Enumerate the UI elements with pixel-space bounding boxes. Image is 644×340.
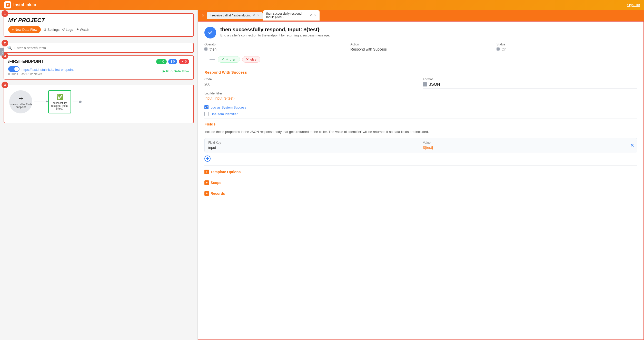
else-button[interactable]: ✕ else	[242, 56, 260, 63]
divider-2	[204, 119, 637, 119]
status-col: Status On	[491, 43, 637, 53]
operator-value: then	[204, 47, 345, 53]
delete-field-button[interactable]: ✕	[630, 142, 635, 148]
scope-section: + Scope	[204, 178, 637, 187]
operator-label: Operator	[204, 43, 345, 46]
log-as-success-label[interactable]: Log as System Success	[211, 105, 246, 109]
scope-label: Scope	[211, 181, 221, 185]
scope-button[interactable]: + Scope	[204, 178, 221, 187]
settings-button[interactable]: ⚙ Settings	[43, 28, 60, 32]
tab-1-close[interactable]: ✕	[309, 14, 313, 17]
template-options-section: + Template Options	[204, 168, 637, 176]
logs-button[interactable]: ↺ Logs	[62, 28, 73, 32]
flow-canvas-box: 4 ➡ receive call at /first-endpoint ▶ ✅ …	[4, 85, 194, 123]
then-button[interactable]: ✓ ✓ then	[218, 56, 240, 63]
log-identifier-label: Log Identifier	[204, 92, 637, 95]
records-section: + Records	[204, 189, 637, 198]
endpoint-url-meta: https://test.instalink.io/first-endpoint…	[8, 66, 74, 76]
operator-col: Operator then	[204, 43, 345, 53]
code-value: 200	[204, 82, 419, 88]
divider-3	[204, 165, 637, 166]
project-header-box: 1 MY PROJECT + New Data Flow ⚙ Settings …	[4, 13, 194, 37]
field-value-col: Value ${test}	[423, 141, 633, 150]
log-identifier-col: Log Identifier Input: Input: ${test}	[204, 92, 637, 102]
new-data-flow-button[interactable]: + New Data Flow	[8, 26, 41, 33]
records-label: Records	[211, 191, 225, 196]
action-icon	[204, 27, 216, 38]
action-label: Action	[350, 43, 491, 46]
tab-0-close[interactable]: ✕	[252, 14, 256, 17]
tab-bar: ✕ if receive call at /first-endpoint ✕ ✎…	[198, 10, 644, 21]
endpoint-meta: 0 Runs Last Run: Never	[8, 72, 74, 76]
divider-1	[204, 67, 637, 67]
endpoint-name: /FIRST-ENDPOINT	[8, 59, 44, 64]
field-key-label: Field Key	[208, 141, 419, 144]
field-key-col: Field Key input	[208, 141, 419, 150]
info-badge: ℹ 0	[168, 59, 177, 64]
action-title: then successfully respond, Input: ${test…	[220, 27, 330, 33]
format-value-row: JSON	[423, 82, 637, 89]
use-item-checkbox[interactable]	[204, 112, 209, 116]
logo: InstaLink.io	[4, 1, 36, 8]
tab-0[interactable]: if receive call at /first-endpoint ✕ ✎	[207, 12, 263, 19]
field-entry-0: Field Key input Value ${test} ✕	[204, 138, 637, 152]
endpoint-box: 3 /FIRST-ENDPOINT ✓ 0 ℹ 0 ✕ 0 https://te…	[4, 55, 194, 80]
flow-connector: ▶	[32, 102, 48, 102]
right-panel: ✕ if receive call at /first-endpoint ✕ ✎…	[197, 10, 644, 340]
action-col: Action Respond with Success	[345, 43, 491, 53]
tab-0-edit-icon[interactable]: ✎	[257, 14, 260, 17]
flow-node-1[interactable]: ➡ receive call at /first-endpoint	[9, 90, 32, 113]
flow-node-2[interactable]: ✅ successfully respond, Input: ${test}	[48, 90, 71, 113]
top-bar: InstaLink.io Sign Out	[0, 0, 644, 10]
template-options-button[interactable]: + Template Options	[204, 168, 241, 176]
fields-desc: Include these properties in the JSON res…	[204, 129, 637, 134]
watch-button[interactable]: 👁 Watch	[76, 28, 89, 32]
project-actions: + New Data Flow ⚙ Settings ↺ Logs 👁 Watc…	[8, 26, 189, 33]
status-value: On	[497, 47, 637, 53]
badge-2: 2	[2, 40, 8, 46]
format-icon	[423, 82, 427, 86]
format-label: Format	[423, 77, 637, 81]
success-badge: ✓ 0	[156, 59, 167, 64]
fields-title: Fields	[204, 122, 637, 126]
search-box-container: 2 🔍	[4, 43, 194, 53]
template-options-label: Template Options	[211, 170, 241, 174]
records-button[interactable]: + Records	[204, 189, 225, 198]
endpoint-header: /FIRST-ENDPOINT ✓ 0 ℹ 0 ✕ 0	[8, 59, 189, 64]
error-badge: ✕ 0	[179, 59, 189, 64]
log-as-success-checkbox[interactable]	[204, 105, 209, 109]
tab-1[interactable]: then successfully respond, Input: ${test…	[263, 10, 320, 21]
toggle-switch: https://test.instalink.io/first-endpoint	[8, 66, 74, 72]
flow-end-connector	[71, 101, 83, 103]
endpoint-url[interactable]: https://test.instalink.io/first-endpoint	[22, 68, 74, 72]
use-item-label[interactable]: Use Item Identifier	[211, 112, 238, 116]
endpoint-footer: https://test.instalink.io/first-endpoint…	[8, 66, 189, 76]
tab-0-label: if receive call at /first-endpoint	[210, 14, 251, 17]
field-value-value: ${test}	[423, 145, 633, 150]
action-header: then successfully respond, Input: ${test…	[204, 27, 637, 38]
detail-panel: then successfully respond, Input: ${test…	[198, 21, 644, 340]
code-format-row: Code 200 Format JSON	[204, 77, 637, 92]
add-field-button[interactable]	[204, 156, 211, 163]
use-item-row: Use Item Identifier	[204, 112, 637, 116]
scope-icon: +	[204, 180, 209, 185]
toggle[interactable]	[8, 66, 19, 72]
svg-point-1	[207, 30, 213, 36]
logo-text: InstaLink.io	[13, 3, 36, 7]
tab-1-edit-icon[interactable]: ✎	[314, 14, 316, 17]
sign-out-link[interactable]: Sign Out	[627, 3, 640, 7]
log-identifier-value: Input: Input: ${test}	[204, 96, 637, 102]
search-icon: 🔍	[7, 45, 12, 50]
log-as-success-row: Log as System Success	[204, 105, 637, 109]
logo-icon	[4, 1, 11, 8]
code-label: Code	[204, 77, 419, 81]
action-subtitle: End a caller's connection to the endpoin…	[220, 33, 330, 37]
format-col: Format JSON	[423, 77, 637, 92]
close-all-tabs-button[interactable]: ✕	[200, 12, 206, 19]
badge-4: 4	[2, 82, 8, 88]
project-title: MY PROJECT	[8, 17, 189, 24]
action-title-block: then successfully respond, Input: ${test…	[220, 27, 330, 37]
field-value-label: Value	[423, 141, 633, 144]
search-input[interactable]	[14, 46, 190, 50]
run-data-flow-button[interactable]: ▶ Run Data Flow	[163, 69, 189, 73]
